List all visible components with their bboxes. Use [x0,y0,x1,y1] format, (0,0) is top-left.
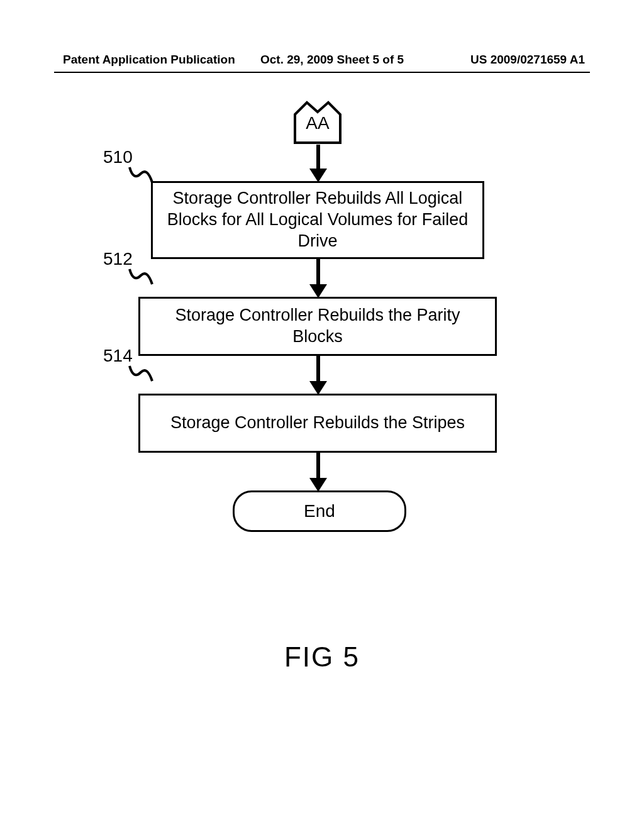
header-left: Patent Application Publication [63,53,235,67]
header-center: Oct. 29, 2009 Sheet 5 of 5 [260,53,404,67]
callout-curl-icon [128,166,153,185]
step-label-512: 512 [103,249,133,269]
process-text: Storage Controller Rebuilds All Logical … [163,188,472,252]
figure-label: FIG 5 [0,641,644,673]
process-text: Storage Controller Rebuilds the Stripes [170,412,465,434]
header-divider [54,72,590,73]
connector-aa: AA [293,101,342,145]
connector-label: AA [293,113,342,133]
terminator-label: End [304,501,335,521]
process-box-514: Storage Controller Rebuilds the Stripes [138,394,497,453]
terminator-end: End [233,490,406,532]
step-label-510: 510 [103,147,133,167]
process-text: Storage Controller Rebuilds the Parity B… [150,305,485,348]
callout-curl-icon [128,365,153,384]
callout-curl-icon [128,268,153,287]
step-label-514: 514 [103,346,133,366]
page: Patent Application Publication Oct. 29, … [0,0,644,830]
process-box-510: Storage Controller Rebuilds All Logical … [151,181,484,259]
process-box-512: Storage Controller Rebuilds the Parity B… [138,297,497,356]
header-right: US 2009/0271659 A1 [470,53,585,67]
